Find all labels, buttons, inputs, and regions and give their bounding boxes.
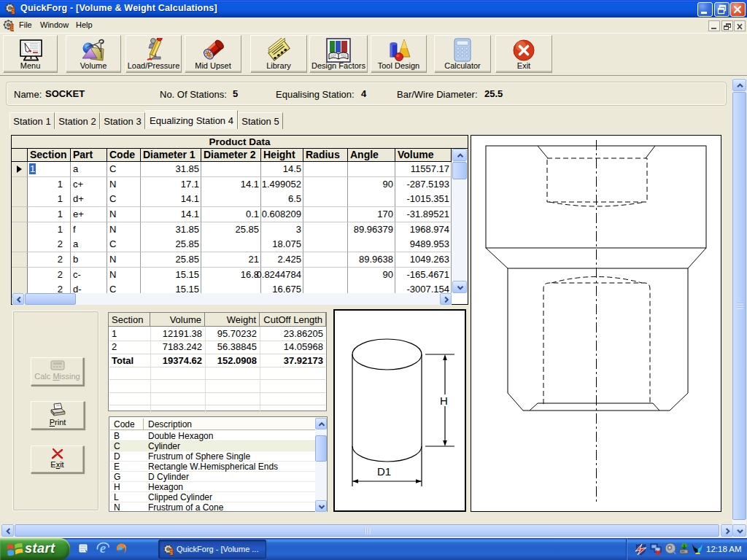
- svg-text:D1: D1: [377, 465, 391, 478]
- svg-text:H: H: [440, 394, 448, 407]
